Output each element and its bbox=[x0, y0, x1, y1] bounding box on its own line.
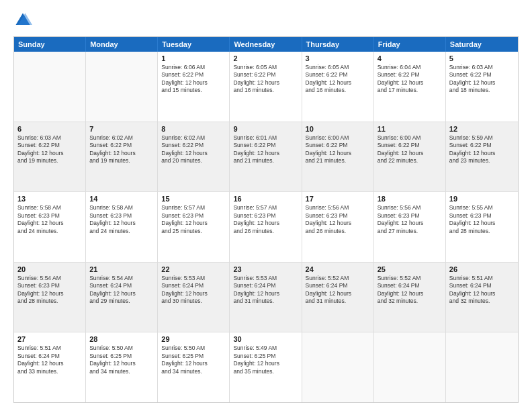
day-info: Sunrise: 5:58 AM Sunset: 6:23 PM Dayligh… bbox=[89, 204, 154, 235]
day-info: Sunrise: 5:59 AM Sunset: 6:22 PM Dayligh… bbox=[449, 134, 515, 165]
calendar-row-2: 13Sunrise: 5:58 AM Sunset: 6:23 PM Dayli… bbox=[14, 192, 518, 263]
day-number: 7 bbox=[89, 125, 154, 133]
calendar-cell: 11Sunrise: 6:00 AM Sunset: 6:22 PM Dayli… bbox=[374, 122, 446, 192]
header-day-monday: Monday bbox=[86, 37, 158, 52]
day-number: 14 bbox=[89, 195, 154, 203]
day-number: 8 bbox=[161, 125, 226, 133]
calendar-cell: 30Sunrise: 5:49 AM Sunset: 6:25 PM Dayli… bbox=[230, 332, 302, 402]
calendar-cell bbox=[14, 52, 86, 122]
day-info: Sunrise: 5:56 AM Sunset: 6:23 PM Dayligh… bbox=[306, 204, 370, 235]
day-info: Sunrise: 5:58 AM Sunset: 6:23 PM Dayligh… bbox=[17, 204, 82, 235]
calendar-cell: 1Sunrise: 6:06 AM Sunset: 6:22 PM Daylig… bbox=[158, 52, 230, 122]
header-day-sunday: Sunday bbox=[14, 37, 86, 52]
day-number: 13 bbox=[17, 195, 82, 203]
day-info: Sunrise: 5:57 AM Sunset: 6:23 PM Dayligh… bbox=[161, 204, 226, 235]
day-number: 10 bbox=[306, 125, 370, 133]
day-number: 9 bbox=[233, 125, 298, 133]
calendar-cell: 26Sunrise: 5:51 AM Sunset: 6:24 PM Dayli… bbox=[446, 263, 518, 332]
calendar-row-3: 20Sunrise: 5:54 AM Sunset: 6:23 PM Dayli… bbox=[14, 263, 518, 333]
calendar-cell: 5Sunrise: 6:03 AM Sunset: 6:22 PM Daylig… bbox=[446, 52, 518, 122]
calendar-cell: 14Sunrise: 5:58 AM Sunset: 6:23 PM Dayli… bbox=[86, 192, 158, 262]
day-info: Sunrise: 6:04 AM Sunset: 6:22 PM Dayligh… bbox=[378, 64, 442, 95]
calendar-cell: 24Sunrise: 5:52 AM Sunset: 6:24 PM Dayli… bbox=[302, 263, 374, 332]
day-info: Sunrise: 6:03 AM Sunset: 6:22 PM Dayligh… bbox=[17, 134, 82, 165]
calendar-cell bbox=[86, 52, 158, 122]
day-number: 16 bbox=[233, 195, 298, 203]
day-info: Sunrise: 5:54 AM Sunset: 6:23 PM Dayligh… bbox=[17, 275, 82, 306]
day-info: Sunrise: 5:57 AM Sunset: 6:23 PM Dayligh… bbox=[233, 204, 298, 235]
day-info: Sunrise: 6:06 AM Sunset: 6:22 PM Dayligh… bbox=[161, 64, 226, 95]
calendar-cell: 22Sunrise: 5:53 AM Sunset: 6:24 PM Dayli… bbox=[158, 263, 230, 332]
page: SundayMondayTuesdayWednesdayThursdayFrid… bbox=[0, 0, 532, 411]
day-number: 21 bbox=[89, 265, 154, 273]
day-info: Sunrise: 6:02 AM Sunset: 6:22 PM Dayligh… bbox=[161, 134, 226, 165]
calendar-cell: 4Sunrise: 6:04 AM Sunset: 6:22 PM Daylig… bbox=[374, 52, 446, 122]
day-number: 17 bbox=[306, 195, 370, 203]
day-number: 18 bbox=[378, 195, 442, 203]
header bbox=[13, 11, 519, 30]
calendar: SundayMondayTuesdayWednesdayThursdayFrid… bbox=[13, 36, 519, 403]
calendar-cell: 6Sunrise: 6:03 AM Sunset: 6:22 PM Daylig… bbox=[14, 122, 86, 192]
day-info: Sunrise: 6:01 AM Sunset: 6:22 PM Dayligh… bbox=[233, 134, 298, 165]
calendar-cell: 13Sunrise: 5:58 AM Sunset: 6:23 PM Dayli… bbox=[14, 192, 86, 262]
calendar-cell: 3Sunrise: 6:05 AM Sunset: 6:22 PM Daylig… bbox=[302, 52, 374, 122]
day-number: 1 bbox=[161, 54, 226, 62]
day-info: Sunrise: 5:56 AM Sunset: 6:23 PM Dayligh… bbox=[378, 204, 442, 235]
calendar-row-0: 1Sunrise: 6:06 AM Sunset: 6:22 PM Daylig… bbox=[14, 52, 518, 122]
day-info: Sunrise: 5:52 AM Sunset: 6:24 PM Dayligh… bbox=[378, 275, 442, 306]
calendar-cell: 20Sunrise: 5:54 AM Sunset: 6:23 PM Dayli… bbox=[14, 263, 86, 332]
calendar-cell: 18Sunrise: 5:56 AM Sunset: 6:23 PM Dayli… bbox=[374, 192, 446, 262]
calendar-row-1: 6Sunrise: 6:03 AM Sunset: 6:22 PM Daylig… bbox=[14, 122, 518, 193]
day-info: Sunrise: 5:54 AM Sunset: 6:24 PM Dayligh… bbox=[89, 275, 154, 306]
calendar-cell: 29Sunrise: 5:50 AM Sunset: 6:25 PM Dayli… bbox=[158, 332, 230, 402]
day-number: 12 bbox=[449, 125, 515, 133]
calendar-cell: 10Sunrise: 6:00 AM Sunset: 6:22 PM Dayli… bbox=[302, 122, 374, 192]
logo-icon bbox=[13, 11, 32, 30]
day-info: Sunrise: 6:02 AM Sunset: 6:22 PM Dayligh… bbox=[89, 134, 154, 165]
day-number: 4 bbox=[378, 54, 442, 62]
calendar-cell: 28Sunrise: 5:50 AM Sunset: 6:25 PM Dayli… bbox=[86, 332, 158, 402]
day-info: Sunrise: 5:51 AM Sunset: 6:24 PM Dayligh… bbox=[449, 275, 515, 306]
logo bbox=[13, 11, 35, 30]
header-day-friday: Friday bbox=[374, 37, 446, 52]
calendar-cell bbox=[302, 332, 374, 402]
day-info: Sunrise: 6:00 AM Sunset: 6:22 PM Dayligh… bbox=[378, 134, 442, 165]
day-number: 25 bbox=[378, 265, 442, 273]
header-day-wednesday: Wednesday bbox=[230, 37, 302, 52]
calendar-cell: 17Sunrise: 5:56 AM Sunset: 6:23 PM Dayli… bbox=[302, 192, 374, 262]
calendar-cell: 23Sunrise: 5:53 AM Sunset: 6:24 PM Dayli… bbox=[230, 263, 302, 332]
day-number: 11 bbox=[378, 125, 442, 133]
day-info: Sunrise: 5:50 AM Sunset: 6:25 PM Dayligh… bbox=[161, 345, 226, 375]
calendar-cell: 25Sunrise: 5:52 AM Sunset: 6:24 PM Dayli… bbox=[374, 263, 446, 332]
day-info: Sunrise: 6:05 AM Sunset: 6:22 PM Dayligh… bbox=[306, 64, 370, 95]
day-number: 24 bbox=[306, 265, 370, 273]
day-info: Sunrise: 5:49 AM Sunset: 6:25 PM Dayligh… bbox=[233, 345, 298, 375]
day-info: Sunrise: 6:03 AM Sunset: 6:22 PM Dayligh… bbox=[449, 64, 515, 95]
calendar-cell bbox=[374, 332, 446, 402]
day-info: Sunrise: 6:05 AM Sunset: 6:22 PM Dayligh… bbox=[233, 64, 298, 95]
calendar-cell bbox=[446, 332, 518, 402]
day-info: Sunrise: 5:50 AM Sunset: 6:25 PM Dayligh… bbox=[89, 345, 154, 375]
calendar-header: SundayMondayTuesdayWednesdayThursdayFrid… bbox=[14, 37, 518, 52]
day-number: 29 bbox=[161, 335, 226, 343]
day-info: Sunrise: 5:51 AM Sunset: 6:24 PM Dayligh… bbox=[17, 345, 82, 375]
day-info: Sunrise: 6:00 AM Sunset: 6:22 PM Dayligh… bbox=[306, 134, 370, 165]
day-info: Sunrise: 5:55 AM Sunset: 6:23 PM Dayligh… bbox=[449, 204, 515, 235]
calendar-cell: 15Sunrise: 5:57 AM Sunset: 6:23 PM Dayli… bbox=[158, 192, 230, 262]
calendar-cell: 27Sunrise: 5:51 AM Sunset: 6:24 PM Dayli… bbox=[14, 332, 86, 402]
header-day-thursday: Thursday bbox=[302, 37, 374, 52]
calendar-cell: 8Sunrise: 6:02 AM Sunset: 6:22 PM Daylig… bbox=[158, 122, 230, 192]
day-number: 20 bbox=[17, 265, 82, 273]
day-number: 28 bbox=[89, 335, 154, 343]
day-info: Sunrise: 5:52 AM Sunset: 6:24 PM Dayligh… bbox=[306, 275, 370, 306]
day-number: 27 bbox=[17, 335, 82, 343]
day-number: 6 bbox=[17, 125, 82, 133]
day-number: 22 bbox=[161, 265, 226, 273]
day-info: Sunrise: 5:53 AM Sunset: 6:24 PM Dayligh… bbox=[161, 275, 226, 306]
day-info: Sunrise: 5:53 AM Sunset: 6:24 PM Dayligh… bbox=[233, 275, 298, 306]
calendar-cell: 21Sunrise: 5:54 AM Sunset: 6:24 PM Dayli… bbox=[86, 263, 158, 332]
calendar-body: 1Sunrise: 6:06 AM Sunset: 6:22 PM Daylig… bbox=[14, 52, 518, 402]
day-number: 2 bbox=[233, 54, 298, 62]
day-number: 5 bbox=[449, 54, 515, 62]
header-day-saturday: Saturday bbox=[446, 37, 518, 52]
